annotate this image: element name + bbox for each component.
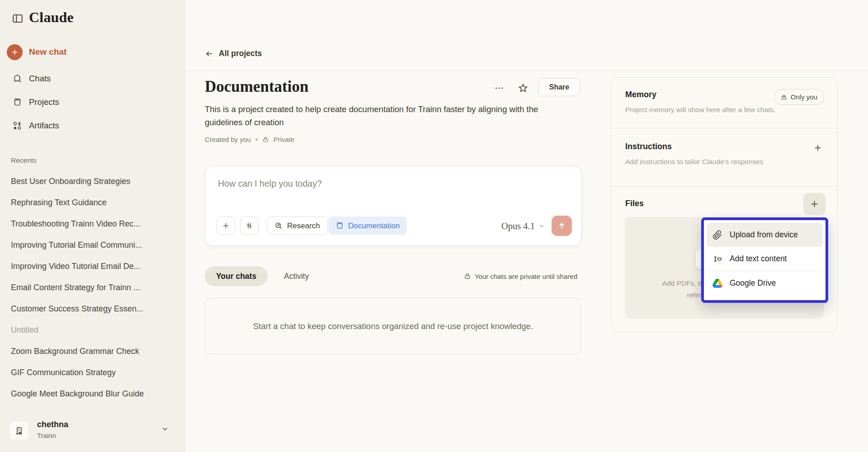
tools-button[interactable] [240,217,259,235]
menu-item-label: Add text content [730,254,787,264]
user-org: Trainn [37,432,56,439]
send-button[interactable] [552,216,572,236]
chats-icon [12,74,22,84]
arrow-up-icon [557,221,566,231]
model-selector[interactable]: Opus 4.1 [501,217,545,235]
files-title: Files [625,199,644,208]
instructions-hint: Add instructions to tailor Claude's resp… [625,158,763,166]
star-icon [518,83,528,94]
sidebar-item-projects[interactable]: Projects [0,90,184,114]
lock-icon [464,273,471,280]
sidebar: Claude New chat Chats [0,0,185,452]
tab-label: Your chats [216,272,256,281]
research-label: Research [287,221,320,231]
composer: How can I help you today? Research [205,166,581,246]
created-by-label: Created by you [205,136,251,143]
recent-chat-item[interactable]: Troubleshooting Trainn Video Rec... [11,213,179,235]
sidebar-item-label: Projects [29,97,59,107]
attach-button[interactable] [217,217,235,235]
new-chat-label: New chat [29,47,66,57]
only-you-badge: Only you [774,89,824,105]
plus-icon [222,221,230,230]
tab-your-chats[interactable]: Your chats [205,266,268,286]
text-cursor-icon [712,254,723,264]
sidebar-item-artifacts[interactable]: Artifacts [0,114,184,137]
sidebar-item-label: Chats [29,74,51,84]
back-arrow-icon [205,49,214,58]
ellipsis-icon [494,83,504,93]
chevron-down-icon [538,223,545,229]
sidebar-item-chats[interactable]: Chats [0,67,184,90]
plus-circle-icon [7,44,23,60]
artifacts-icon [12,121,22,131]
message-input[interactable]: How can I help you today? [218,179,322,189]
recent-chat-item[interactable]: Improving Tutorial Email Communi... [11,235,179,256]
menu-item-upload-from-device[interactable]: Upload from device [707,223,823,247]
google-drive-icon [712,278,723,289]
recent-chat-item[interactable]: Google Meet Background Blur Guide [11,383,179,405]
add-files-dropdown-menu: Upload from device Add text content [701,217,828,303]
share-button[interactable]: Share [538,78,580,96]
research-button[interactable]: Research [267,217,328,235]
memory-hint: Project memory will show here after a fe… [625,106,776,114]
menu-item-add-text-content[interactable]: Add text content [707,247,823,271]
only-you-label: Only you [791,93,817,101]
lock-icon [262,136,269,143]
org-avatar [9,421,29,441]
recent-chat-item[interactable]: Improving Video Tutorial Email De... [11,256,179,277]
recents-heading: Recents [11,156,37,165]
panel-divider [611,128,837,128]
add-files-button[interactable] [803,193,826,215]
sliders-icon [245,221,254,230]
recent-chat-item[interactable]: Untitled [11,320,179,341]
tab-label: Activity [284,272,309,281]
research-icon [274,221,283,230]
paperclip-icon [712,230,723,240]
projects-icon [12,97,22,107]
recent-chat-item[interactable]: Rephrasing Text Guidance [11,192,179,213]
plus-icon [809,199,820,209]
recent-chat-item[interactable]: Best User Onboarding Strategies [11,171,179,192]
menu-item-google-drive[interactable]: Google Drive [707,271,823,295]
claude-project-page: Claude New chat Chats [0,0,868,452]
recent-chat-item[interactable]: Zoom Background Grammar Check [11,341,179,362]
empty-chats-placeholder: Start a chat to keep conversations organ… [205,298,581,354]
claude-logo: Claude [29,9,74,26]
project-box-icon [335,221,344,230]
logo-row: Claude [0,8,184,30]
model-label: Opus 4.1 [501,221,535,231]
recent-chat-item[interactable]: Email Content Strategy for Trainn ... [11,277,179,298]
user-name: chethna [37,420,68,429]
sidebar-toggle-icon[interactable] [11,12,24,25]
project-meta: Created by you Private [205,136,294,143]
empty-state-message: Start a chat to keep conversations organ… [253,321,533,331]
instructions-title: Instructions [625,142,672,151]
memory-title: Memory [625,90,656,99]
project-title: Documentation [205,78,308,96]
privacy-note: Your chats are private until shared [442,266,577,286]
add-instructions-button[interactable] [811,141,825,155]
share-label: Share [549,83,569,91]
plus-icon [813,143,823,153]
tab-activity[interactable]: Activity [277,266,316,286]
sidebar-item-label: Artifacts [29,121,59,131]
privacy-note-label: Your chats are private until shared [475,273,577,280]
star-project-button[interactable] [515,81,531,95]
project-context-chip[interactable]: Documentation [328,217,407,235]
menu-item-label: Upload from device [730,230,798,240]
recent-chat-item[interactable]: Customer Success Strategy Essen... [11,298,179,320]
more-options-button[interactable] [491,81,507,95]
visibility-label: Private [274,136,295,143]
new-chat-button[interactable]: New chat [7,43,66,61]
header-divider [185,71,868,71]
user-menu[interactable]: chethna Trainn [0,415,184,452]
project-chip-label: Documentation [348,221,400,231]
recent-chat-item[interactable]: GIF Communication Strategy [11,362,179,383]
chevron-down-icon[interactable] [161,425,169,433]
lock-icon [781,94,787,100]
menu-item-label: Google Drive [730,278,776,288]
all-projects-back-link[interactable]: All projects [205,49,262,58]
project-description: This is a project created to help create… [205,103,575,129]
back-link-label: All projects [219,49,262,58]
dot-separator [255,138,258,141]
